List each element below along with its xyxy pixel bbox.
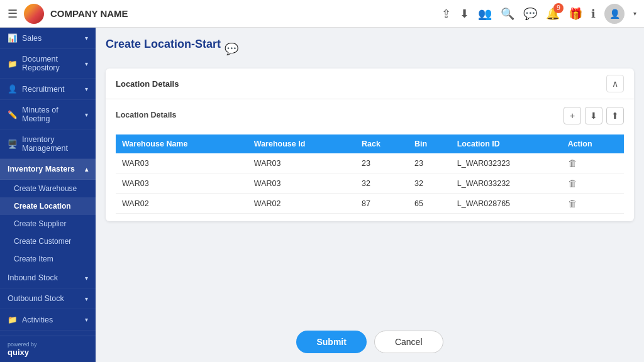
location-details-table: Warehouse Name Warehouse Id Rack Bin Loc… [116,134,624,214]
share-icon[interactable]: ⇪ [441,7,451,21]
sidebar-item-inbound-stock[interactable]: Inbound Stock ▾ [0,268,96,288]
inner-toolbar: + ⬇ ⬆ [564,107,624,124]
info-icon[interactable]: ℹ [591,7,596,21]
activities-chevron-icon: ▾ [85,316,88,323]
cell-warehouse-id: WAR02 [248,194,355,214]
table-row: WAR02 WAR02 87 65 L_WAR028765 🗑 [116,194,624,214]
sidebar-sub-item-create-warehouse[interactable]: Create Warehouse [0,180,96,197]
inner-section: Location Details + ⬇ ⬆ Warehouse Name Wa… [106,99,634,221]
recruitment-chevron-icon: ▾ [85,85,88,92]
gift-icon[interactable]: 🎁 [569,7,582,21]
inv-masters-chevron-icon: ▴ [85,166,88,173]
sidebar-sub-item-create-supplier[interactable]: Create Supplier [0,215,96,233]
cell-location-id: L_WAR028765 [451,194,562,214]
add-row-button[interactable]: + [564,107,581,124]
cell-action: 🗑 [562,194,624,214]
cell-bin: 32 [408,173,451,194]
sidebar-sub-item-create-location[interactable]: Create Location [0,197,96,215]
table-header-row: Warehouse Name Warehouse Id Rack Bin Loc… [116,134,624,153]
avatar-chevron-icon[interactable]: ▾ [633,10,636,17]
col-action: Action [562,134,624,153]
cancel-button[interactable]: Cancel [374,331,443,353]
header-right: ⇪ ⬇ 👥 🔍 💬 🔔 9 🎁 ℹ 👤 ▾ [441,4,636,24]
col-warehouse-name: Warehouse Name [116,134,248,153]
cell-bin: 23 [408,153,451,173]
chat-icon[interactable]: 💬 [523,7,537,21]
delete-row-button[interactable]: 🗑 [568,178,577,189]
sales-icon: 📊 [8,33,18,43]
quixy-brand: quixy [8,348,88,357]
col-location-id: Location ID [451,134,562,153]
inner-section-title: Location Details [116,111,177,119]
bell-icon[interactable]: 🔔 9 [546,7,560,21]
sales-chevron-icon: ▾ [85,35,88,41]
card-header: Location Details ∧ [106,69,634,99]
sidebar-item-outbound-stock[interactable]: Outbound Stock ▾ [0,288,96,309]
upload-table-button[interactable]: ⬆ [606,107,624,124]
inbound-chevron-icon: ▾ [85,275,88,282]
main-content: Create Location-Start 💬 Location Details… [96,28,644,322]
inventory-mgmt-icon: 🖥️ [8,140,18,149]
cell-action: 🗑 [562,153,624,173]
cell-location-id: L_WAR032323 [451,153,562,173]
cell-rack: 32 [355,173,408,194]
delete-row-button[interactable]: 🗑 [568,158,577,168]
col-warehouse-id: Warehouse Id [248,134,355,153]
cell-warehouse-name: WAR02 [116,194,248,214]
download-table-button[interactable]: ⬇ [585,107,602,124]
minutes-chevron-icon: ▾ [85,111,88,118]
doc-chevron-icon: ▾ [85,60,88,67]
sidebar-item-activities[interactable]: 📁 Activities ▾ [0,309,96,331]
table-body: WAR03 WAR03 23 23 L_WAR032323 🗑 WAR03 WA… [116,153,624,214]
cell-warehouse-id: WAR03 [248,173,355,194]
document-icon: 📁 [8,59,18,69]
users-icon[interactable]: 👥 [478,7,492,21]
cell-bin: 65 [408,194,451,214]
powered-by-text: powered by [8,341,88,348]
company-logo [24,4,44,24]
sidebar-sub-item-create-item[interactable]: Create Item [0,250,96,268]
cell-rack: 23 [355,153,408,173]
page-chat-icon: 💬 [225,42,238,56]
sidebar-item-inventory-management[interactable]: 🖥️ Inventory Management [0,129,96,159]
cell-rack: 87 [355,194,408,214]
notification-badge: 9 [553,3,564,13]
col-bin: Bin [408,134,451,153]
activities-icon: 📁 [8,315,18,324]
body-layout: 📊 Sales ▾ 📁 Document Repository ▾ 👤 Recr… [0,28,644,362]
cell-warehouse-name: WAR03 [116,173,248,194]
submit-button[interactable]: Submit [296,331,366,353]
hamburger-icon[interactable]: ☰ [8,7,18,21]
recruitment-icon: 👤 [8,84,18,94]
header-left: ☰ COMPANY NAME [8,4,128,24]
sidebar: 📊 Sales ▾ 📁 Document Repository ▾ 👤 Recr… [0,28,96,362]
bottom-bar: Submit Cancel [96,322,644,362]
location-details-card: Location Details ∧ Location Details + ⬇ … [106,69,634,221]
cell-location-id: L_WAR033232 [451,173,562,194]
cell-warehouse-id: WAR03 [248,153,355,173]
sidebar-item-recruitment[interactable]: 👤 Recruitment ▾ [0,79,96,100]
sidebar-item-document-repository[interactable]: 📁 Document Repository ▾ [0,49,96,79]
minutes-icon: ✏️ [8,110,18,119]
page-title: Create Location-Start [106,38,221,51]
top-header: ☰ COMPANY NAME ⇪ ⬇ 👥 🔍 💬 🔔 9 🎁 ℹ 👤 ▾ [0,0,644,28]
sidebar-item-minutes-of-meeting[interactable]: ✏️ Minutes of Meeting ▾ [0,100,96,129]
table-row: WAR03 WAR03 23 23 L_WAR032323 🗑 [116,153,624,173]
card-header-title: Location Details [116,79,179,89]
outbound-chevron-icon: ▾ [85,295,88,302]
delete-row-button[interactable]: 🗑 [568,198,577,209]
table-row: WAR03 WAR03 32 32 L_WAR033232 🗑 [116,173,624,194]
sidebar-footer: powered by quixy [0,336,96,362]
sidebar-item-sales[interactable]: 📊 Sales ▾ [0,28,96,49]
cell-action: 🗑 [562,173,624,194]
avatar[interactable]: 👤 [604,4,625,24]
search-icon[interactable]: 🔍 [501,7,514,21]
company-name-label: COMPANY NAME [50,8,128,19]
col-rack: Rack [355,134,408,153]
sidebar-item-inventory-masters[interactable]: Inventory Masters ▴ [0,159,96,180]
card-header-icons: ∧ [606,75,624,92]
sidebar-sub-item-create-customer[interactable]: Create Customer [0,233,96,250]
card-collapse-button[interactable]: ∧ [606,75,624,92]
download-icon[interactable]: ⬇ [460,7,469,21]
cell-warehouse-name: WAR03 [116,153,248,173]
